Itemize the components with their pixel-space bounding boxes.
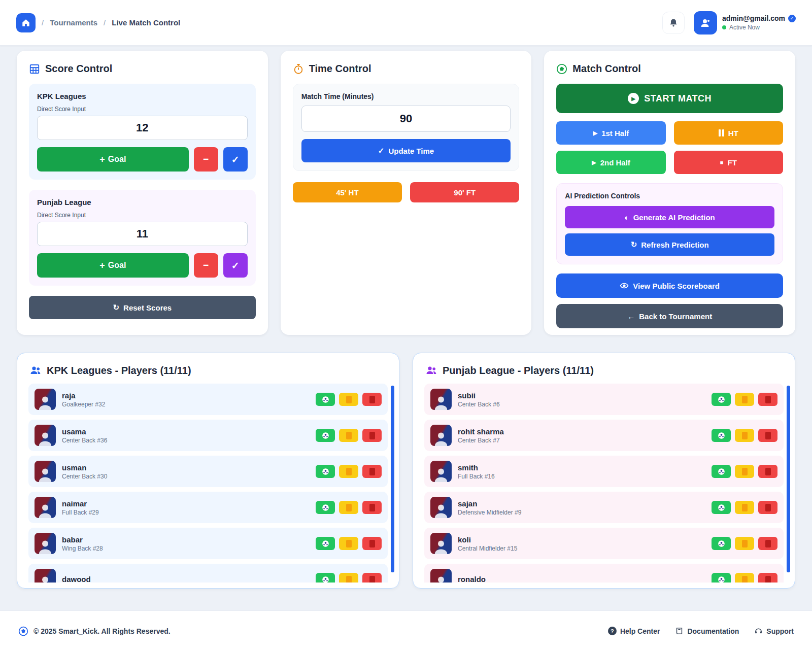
red-card-button[interactable]	[758, 501, 777, 514]
scrollbar[interactable]	[391, 386, 394, 572]
player-row: usman Center Back #30	[28, 456, 388, 487]
yellow-card-button[interactable]	[339, 393, 358, 406]
yellow-card-button[interactable]	[735, 465, 754, 478]
notifications-button[interactable]	[662, 12, 685, 34]
reset-scores-button[interactable]: ↻ Reset Scores	[29, 296, 256, 319]
yellow-card-button[interactable]	[735, 429, 754, 442]
breadcrumb: / Tournaments / Live Match Control	[16, 13, 180, 32]
player-position: Wing Back #28	[62, 545, 103, 552]
kpk-minus-button[interactable]: −	[194, 147, 218, 172]
start-match-button[interactable]: ▶ START MATCH	[556, 84, 783, 113]
red-card-button[interactable]	[362, 573, 382, 583]
player-photo	[35, 461, 56, 482]
red-card-button[interactable]	[362, 537, 382, 550]
player-position: Center Back #36	[62, 437, 107, 444]
goal-action-button[interactable]	[316, 501, 335, 514]
red-card-button[interactable]	[362, 393, 382, 406]
update-time-button[interactable]: ✓ Update Time	[301, 139, 511, 162]
match-time-input[interactable]	[301, 106, 511, 132]
first-half-button[interactable]: ▶ 1st Half	[556, 121, 665, 145]
player-position: Center Back #6	[458, 401, 500, 408]
footer: © 2025 Smart_Kick. All Rights Reserved. …	[0, 610, 812, 651]
red-card-button[interactable]	[758, 393, 777, 406]
goal-action-button[interactable]	[712, 501, 731, 514]
goal-action-button[interactable]	[316, 465, 335, 478]
back-to-tournament-button[interactable]: ← Back to Tournament	[556, 304, 783, 328]
kpk-score-input[interactable]	[37, 116, 248, 140]
player-photo	[430, 533, 452, 554]
yellow-card-button[interactable]	[735, 393, 754, 406]
red-card-button[interactable]	[362, 465, 382, 478]
second-half-button[interactable]: ▶ 2nd Half	[556, 151, 665, 174]
red-card-button[interactable]	[758, 537, 777, 550]
player-name: babar	[62, 535, 103, 544]
view-public-scoreboard-button[interactable]: View Public Scoreboard	[556, 273, 783, 298]
headset-icon	[754, 627, 763, 635]
goal-action-button[interactable]	[316, 429, 335, 442]
yellow-card-button[interactable]	[339, 537, 358, 550]
ft-90-button[interactable]: 90' FT	[410, 182, 519, 202]
player-position: Central Midfielder #15	[458, 545, 517, 552]
ht-45-button[interactable]: 45' HT	[293, 182, 402, 202]
red-card-button[interactable]	[758, 465, 777, 478]
user-chip[interactable]: admin@gmail.com ✓ Active Now	[694, 11, 796, 35]
red-card-button[interactable]	[758, 429, 777, 442]
red-card-icon	[765, 576, 771, 583]
red-card-icon	[765, 540, 771, 547]
ht-button[interactable]: HT	[674, 121, 783, 145]
goal-action-button[interactable]	[712, 429, 731, 442]
goal-action-button[interactable]	[316, 573, 335, 583]
red-card-button[interactable]	[758, 573, 777, 583]
red-card-icon	[765, 396, 771, 403]
goal-action-button[interactable]	[712, 465, 731, 478]
ball-icon	[718, 540, 725, 547]
navbar: / Tournaments / Live Match Control admin…	[0, 0, 812, 46]
roster-title: KPK Leagues - Players (11/11)	[47, 365, 191, 376]
yellow-card-button[interactable]	[339, 429, 358, 442]
yellow-card-button[interactable]	[735, 501, 754, 514]
home-button[interactable]	[16, 13, 36, 32]
player-row: subii Center Back #6	[424, 384, 784, 415]
user-status: Active Now	[729, 24, 760, 31]
yellow-card-button[interactable]	[339, 465, 358, 478]
support-link[interactable]: Support	[754, 627, 794, 635]
ft-button[interactable]: ■ FT	[674, 151, 783, 174]
yellow-card-button[interactable]	[339, 501, 358, 514]
player-name: rohit sharma	[458, 427, 504, 436]
player-position: Full Back #16	[458, 473, 495, 480]
pause-icon	[719, 129, 724, 136]
help-center-link[interactable]: ? Help Center	[608, 627, 660, 635]
yellow-card-button[interactable]	[735, 537, 754, 550]
refresh-prediction-button[interactable]: ↻ Refresh Prediction	[565, 233, 774, 256]
player-row: dawood	[28, 564, 388, 583]
punjab-confirm-button[interactable]: ✓	[223, 253, 248, 278]
punjab-goal-button[interactable]: + Goal	[37, 253, 189, 278]
scoreboard-icon	[29, 63, 40, 75]
kpk-confirm-button[interactable]: ✓	[223, 147, 248, 172]
red-card-button[interactable]	[362, 429, 382, 442]
stopwatch-icon	[293, 63, 304, 75]
yellow-card-button[interactable]	[339, 573, 358, 583]
yellow-card-button[interactable]	[735, 573, 754, 583]
goal-action-button[interactable]	[316, 393, 335, 406]
punjab-score-input[interactable]	[37, 222, 248, 246]
player-name: sajan	[458, 499, 521, 508]
punjab-minus-button[interactable]: −	[194, 253, 218, 278]
goal-action-button[interactable]	[712, 573, 731, 583]
player-photo	[35, 389, 56, 410]
player-list: subii Center Back #6	[424, 384, 784, 583]
breadcrumb-tournaments[interactable]: Tournaments	[50, 18, 97, 27]
generate-ai-prediction-button[interactable]: ◐ Generate AI Prediction	[565, 206, 774, 228]
red-card-button[interactable]	[362, 501, 382, 514]
scrollbar[interactable]	[787, 386, 790, 572]
goal-action-button[interactable]	[712, 537, 731, 550]
goal-action-button[interactable]	[712, 393, 731, 406]
goal-action-button[interactable]	[316, 537, 335, 550]
plus-icon: +	[99, 260, 105, 271]
yellow-card-icon	[742, 468, 748, 475]
kpk-goal-button[interactable]: + Goal	[37, 147, 189, 172]
documentation-link[interactable]: Documentation	[675, 627, 739, 635]
ball-icon	[322, 432, 329, 439]
team-name: KPK Leagues	[37, 92, 248, 100]
red-card-icon	[369, 576, 375, 583]
